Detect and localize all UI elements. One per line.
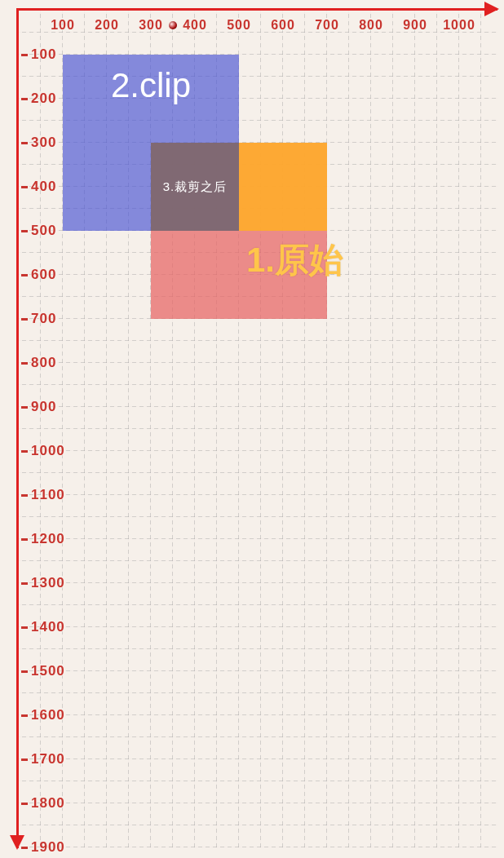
y-tick-label: 900 (21, 399, 56, 415)
y-tick-label: 1600 (21, 707, 65, 723)
y-tick-label: 300 (21, 135, 56, 151)
x-tick-label: 1000 (443, 18, 475, 33)
y-tick-label: 1200 (21, 531, 65, 547)
x-tick-label: 300 (139, 18, 163, 33)
y-tick-label: 700 (21, 311, 56, 327)
x-axis-arrow-icon (484, 2, 499, 16)
y-tick-label: 1700 (21, 751, 65, 767)
after-clip-rect: 3.裁剪之后 (151, 143, 239, 231)
y-tick-label: 800 (21, 355, 56, 371)
y-tick-label: 1800 (21, 795, 65, 812)
y-tick-label: 1400 (21, 619, 65, 635)
y-tick-label: 400 (21, 179, 56, 195)
x-tick-label: 900 (403, 18, 427, 33)
clip-rect-label: 2.clip (111, 66, 191, 105)
after-clip-rect-label: 3.裁剪之后 (163, 179, 228, 195)
x-tick-label: 600 (271, 18, 295, 33)
x-tick-label: 800 (359, 18, 383, 33)
y-axis (16, 8, 19, 848)
x-axis (16, 8, 497, 11)
y-tick-label: 100 (21, 46, 56, 63)
y-tick-label: 1000 (21, 443, 65, 459)
coordinate-stage: 1002003004005006007008009001000 10020030… (16, 8, 497, 848)
y-tick-label: 600 (21, 267, 56, 283)
origin-dot-icon (169, 21, 177, 29)
x-tick-label: 100 (51, 18, 75, 33)
original-rect-label: 1.原始 (246, 237, 343, 283)
x-tick-label: 700 (315, 18, 339, 33)
y-tick-label: 1100 (21, 487, 65, 503)
y-tick-label: 1900 (21, 839, 65, 856)
y-tick-label: 1300 (21, 575, 65, 591)
x-tick-label: 500 (227, 18, 251, 33)
x-tick-label: 200 (95, 18, 119, 33)
y-tick-label: 1500 (21, 663, 65, 679)
x-tick-label: 400 (183, 18, 207, 33)
y-tick-label: 200 (21, 91, 56, 107)
y-tick-label: 500 (21, 223, 56, 239)
